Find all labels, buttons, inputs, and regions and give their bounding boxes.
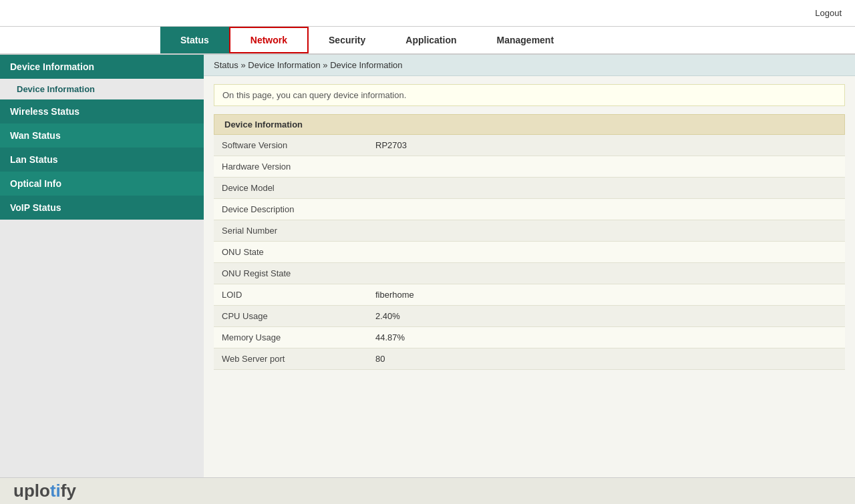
sidebar-item-device-information[interactable]: Device Information [0, 55, 204, 79]
table-row: Web Server port80 [214, 348, 845, 370]
table-cell-label: Device Model [214, 178, 367, 199]
table-cell-label: Web Server port [214, 348, 367, 370]
breadcrumb: Status » Device Information » Device Inf… [204, 55, 855, 76]
table-cell-value [367, 220, 845, 242]
content-area: Status » Device Information » Device Inf… [204, 55, 855, 477]
table-cell-label: Serial Number [214, 220, 367, 242]
nav-network[interactable]: Network [229, 27, 309, 53]
info-message: On this page, you can query device infor… [214, 84, 845, 106]
table-cell-label: Memory Usage [214, 327, 367, 348]
table-cell-value [367, 199, 845, 220]
table-row: LOIDfiberhome [214, 284, 845, 306]
table-cell-value: 80 [367, 348, 845, 370]
table-cell-value: 2.40% [367, 306, 845, 327]
watermark-up: up [13, 481, 35, 501]
nav-management[interactable]: Management [477, 27, 574, 53]
sidebar: Device Information Device Information Wi… [0, 55, 204, 477]
table-cell-label: LOID [214, 284, 367, 306]
watermark-ti: ti [50, 481, 61, 501]
table-cell-label: Device Description [214, 199, 367, 220]
table-row: CPU Usage2.40% [214, 306, 845, 327]
table-cell-label: ONU State [214, 242, 367, 263]
nav-status[interactable]: Status [160, 27, 229, 53]
device-info-table: Software VersionRP2703Hardware VersionDe… [214, 135, 845, 370]
nav-application[interactable]: Application [385, 27, 476, 53]
table-cell-label: Software Version [214, 135, 367, 156]
table-row: ONU State [214, 242, 845, 263]
table-row: Software VersionRP2703 [214, 135, 845, 156]
sidebar-item-wan-status[interactable]: Wan Status [0, 123, 204, 148]
table-row: ONU Regist State [214, 263, 845, 284]
nav-security[interactable]: Security [309, 27, 385, 53]
table-cell-value: RP2703 [367, 135, 845, 156]
table-cell-value [367, 242, 845, 263]
table-cell-label: Hardware Version [214, 156, 367, 178]
table-cell-value [367, 178, 845, 199]
table-row: Memory Usage44.87% [214, 327, 845, 348]
sidebar-item-optical-info[interactable]: Optical Info [0, 172, 204, 196]
table-row: Device Model [214, 178, 845, 199]
top-bar: Logout [0, 0, 855, 27]
watermark: uplotify [13, 481, 76, 501]
bottom-watermark-area: uplotify [0, 477, 855, 504]
table-row: Device Description [214, 199, 845, 220]
table-cell-label: ONU Regist State [214, 263, 367, 284]
table-row: Hardware Version [214, 156, 845, 178]
sidebar-sub-device-information[interactable]: Device Information [0, 79, 204, 99]
sidebar-item-lan-status[interactable]: Lan Status [0, 148, 204, 172]
sidebar-item-wireless-status[interactable]: Wireless Status [0, 99, 204, 123]
table-cell-label: CPU Usage [214, 306, 367, 327]
table-cell-value [367, 263, 845, 284]
section-title: Device Information [214, 114, 845, 135]
watermark-fy: fy [61, 481, 76, 501]
sidebar-item-voip-status[interactable]: VoIP Status [0, 196, 204, 220]
table-cell-value: 44.87% [367, 327, 845, 348]
main-layout: Device Information Device Information Wi… [0, 55, 855, 477]
logout-button[interactable]: Logout [815, 8, 842, 18]
watermark-lo: lo [35, 481, 50, 501]
nav-bar: Status Network Security Application Mana… [0, 27, 855, 55]
table-cell-value: fiberhome [367, 284, 845, 306]
table-cell-value [367, 156, 845, 178]
table-row: Serial Number [214, 220, 845, 242]
